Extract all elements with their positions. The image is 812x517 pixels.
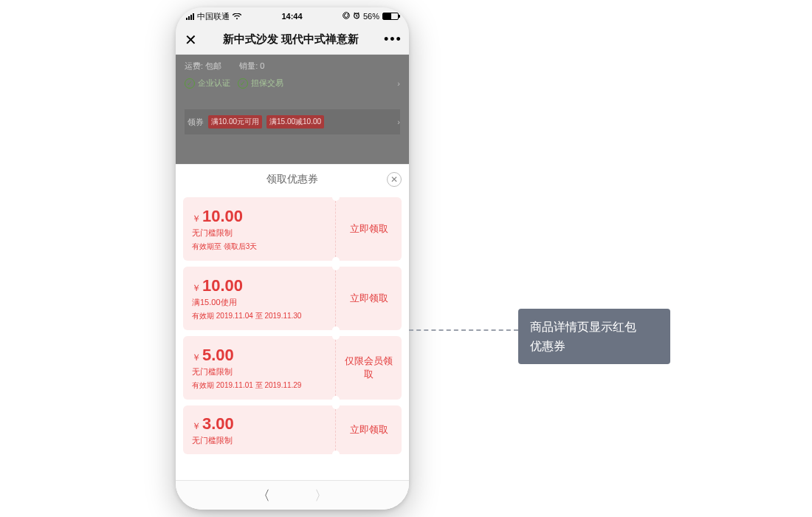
wifi-icon [233,13,241,20]
escrow-cert-label: 担保交易 [251,78,283,89]
sales-value: 0 [260,61,264,70]
coupon-validity: 有效期至 领取后3天 [192,242,326,252]
more-icon[interactable]: ••• [384,32,402,47]
coupon-validity: 有效期 2019.11.01 至 2019.11.29 [192,380,326,391]
annotation-text: 优惠券 [530,337,658,356]
claim-button[interactable]: 立即领取 [335,197,402,261]
coupon-tag: 满15.00减10.00 [266,115,324,129]
bottom-toolbar: 〈 〉 [176,480,409,510]
coupon-item: ￥5.00 无门槛限制 有效期 2019.11.01 至 2019.11.29 … [183,336,402,400]
coupon-item: ￥10.00 无门槛限制 有效期至 领取后3天 立即领取 [183,197,402,261]
annotation-callout: 商品详情页显示红包 优惠券 [518,309,670,364]
coupon-condition: 无门槛限制 [192,227,326,239]
svg-point-0 [343,13,350,19]
coupon-amount: 10.00 [202,207,243,226]
close-icon[interactable]: ✕ [183,32,198,47]
alarm-icon [353,12,360,21]
battery-pct: 56% [363,12,379,21]
chevron-right-icon: › [397,79,400,88]
company-cert-icon: ✓ [185,78,195,89]
coupon-amount: 10.00 [202,276,243,295]
coupon-list: ￥10.00 无门槛限制 有效期至 领取后3天 立即领取 ￥10.00 满15.… [176,194,409,480]
coupon-condition: 无门槛限制 [192,435,326,446]
coupon-entry-label: 领券 [187,117,204,128]
nav-forward-icon[interactable]: 〉 [314,487,328,504]
currency-symbol: ￥ [192,213,201,225]
status-right: 56% [343,12,399,21]
page-title: 新中式沙发 现代中式禅意新 [204,32,378,47]
battery-icon [382,13,399,20]
chevron-right-icon: › [397,117,400,126]
coupon-item: ￥3.00 无门槛限制 立即领取 [183,405,402,454]
status-time: 14:44 [241,12,343,21]
status-left: 中国联通 [186,11,241,22]
currency-symbol: ￥ [192,420,201,433]
nav-back-icon[interactable]: 〈 [257,487,270,504]
sales-label: 销量: [239,61,258,70]
sheet-close-icon[interactable]: ✕ [387,172,402,187]
product-detail-dimmed: 运费: 包邮 销量: 0 ✓企业认证 ✓担保交易 › 领券 满10.00元可用 … [176,55,409,164]
escrow-cert-icon: ✓ [238,78,248,89]
sheet-header: 领取优惠券 ✕ [176,165,409,194]
annotation-text: 商品详情页显示红包 [530,318,658,337]
coupon-entry-row[interactable]: 领券 满10.00元可用 满15.00减10.00 › [185,109,400,134]
company-cert-label: 企业认证 [198,78,230,89]
certification-row[interactable]: ✓企业认证 ✓担保交易 › [185,78,400,89]
coupon-condition: 满15.00使用 [192,297,326,308]
coupon-validity: 有效期 2019.11.04 至 2019.11.30 [192,311,326,321]
coupon-condition: 无门槛限制 [192,366,326,377]
currency-symbol: ￥ [192,282,201,295]
coupon-amount: 3.00 [202,414,234,434]
coupon-sheet: 领取优惠券 ✕ ￥10.00 无门槛限制 有效期至 领取后3天 立即领取 ￥10… [176,164,409,510]
signal-icon [186,13,194,20]
coupon-tag: 满10.00元可用 [208,115,262,129]
status-bar: 中国联通 14:44 56% [176,7,409,25]
shipping-value: 包邮 [205,61,221,70]
claim-button[interactable]: 立即领取 [335,405,402,454]
rotation-lock-icon [343,12,350,21]
phone-frame: 中国联通 14:44 56% ✕ 新中式沙发 现代中式禅意新 ••• 运费: 包… [176,7,409,510]
nav-header: ✕ 新中式沙发 现代中式禅意新 ••• [176,25,409,55]
coupon-item: ￥10.00 满15.00使用 有效期 2019.11.04 至 2019.11… [183,267,402,330]
currency-symbol: ￥ [192,352,201,364]
claim-button[interactable]: 立即领取 [335,267,402,330]
shipping-label: 运费: [185,61,203,70]
coupon-amount: 5.00 [202,346,234,365]
carrier-label: 中国联通 [197,11,230,22]
claim-button[interactable]: 仅限会员领取 [335,336,402,400]
sheet-title: 领取优惠券 [266,173,318,186]
annotation-connector [409,329,518,331]
